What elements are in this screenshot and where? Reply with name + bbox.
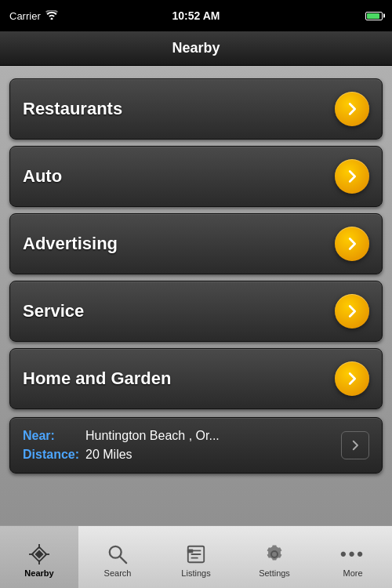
svg-rect-12 [187,549,193,553]
settings-icon [263,543,285,565]
wifi-icon [45,10,58,22]
advertising-arrow[interactable] [335,227,369,261]
restaurants-arrow[interactable] [335,92,369,126]
status-right [365,12,383,20]
distance-value: 20 Miles [85,448,132,462]
battery-icon [365,12,383,20]
tab-settings-label: Settings [259,568,290,578]
category-auto-label: Auto [23,166,62,187]
more-icon: ••• [342,543,364,565]
category-service-label: Service [23,301,84,321]
category-advertising[interactable]: Advertising [9,213,383,274]
location-detail-arrow[interactable] [341,431,369,459]
navigation-bar: Nearby [0,31,392,66]
tab-more[interactable]: ••• More [314,526,392,588]
tab-search-label: Search [104,568,132,578]
carrier-label: Carrier [9,10,41,22]
time-display: 10:52 AM [172,9,220,22]
category-advertising-label: Advertising [23,234,118,254]
svg-line-7 [120,556,126,562]
near-label: Near: [23,429,85,443]
main-content: Restaurants Auto Advertising Service Hom… [0,66,392,525]
service-arrow[interactable] [335,294,369,328]
page-title: Nearby [172,40,220,56]
tab-settings[interactable]: Settings [235,526,314,588]
distance-row: Distance: 20 Miles [23,448,332,462]
nearby-icon [28,543,50,565]
tab-more-label: More [343,568,362,578]
home-garden-arrow[interactable] [335,361,369,396]
auto-arrow[interactable] [335,159,369,194]
tab-listings[interactable]: Listings [157,526,235,588]
category-home-garden-label: Home and Garden [23,368,171,389]
listings-icon [185,543,207,565]
category-auto[interactable]: Auto [9,146,383,207]
svg-marker-1 [34,550,43,558]
near-row: Near: Huntington Beach , Or... [23,429,332,443]
tab-nearby[interactable]: Nearby [0,526,78,588]
location-box[interactable]: Near: Huntington Beach , Or... Distance:… [9,417,383,474]
tab-bar: Nearby Search Listings [0,525,392,588]
category-home-garden[interactable]: Home and Garden [9,348,383,409]
distance-label: Distance: [23,448,85,462]
category-service[interactable]: Service [9,281,383,342]
status-bar: Carrier 10:52 AM [0,0,392,31]
search-icon [107,543,129,565]
category-restaurants[interactable]: Restaurants [9,78,383,140]
tab-listings-label: Listings [181,568,210,578]
status-left: Carrier [9,10,58,22]
location-info: Near: Huntington Beach , Or... Distance:… [23,429,332,462]
near-value: Huntington Beach , Or... [85,429,220,443]
tab-nearby-label: Nearby [24,568,53,578]
category-restaurants-label: Restaurants [23,99,122,119]
tab-search[interactable]: Search [78,526,157,588]
